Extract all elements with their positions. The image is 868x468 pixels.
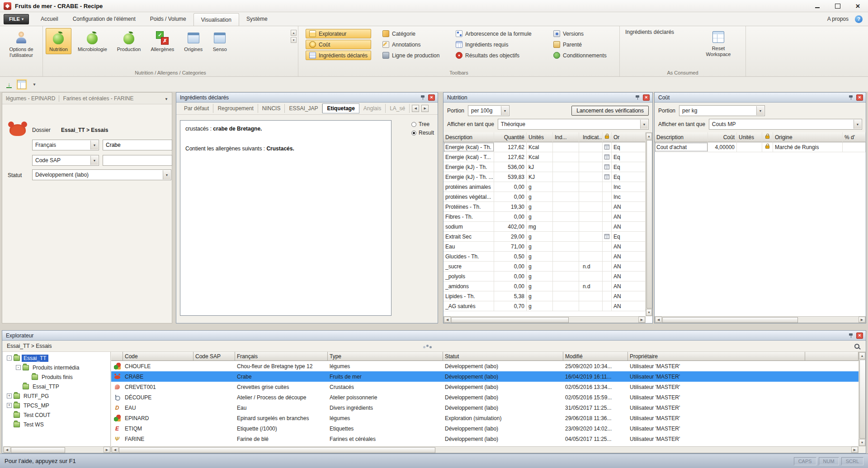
nutrient-quantity[interactable]: 0,00 [494,262,527,271]
nutrient-quantity[interactable]: 402,00 [494,222,527,231]
ingredient-tab[interactable]: Anglais [359,104,386,113]
column-header[interactable]: Statut [443,352,563,361]
column-header[interactable]: Indicat... [579,132,603,142]
toolbar-toggle-button[interactable]: Catégorie [379,29,443,38]
tree-item[interactable]: TPCS_MP [3,401,110,410]
nutrient-name[interactable]: Energie (kcal) - Th. [443,142,494,152]
nutrient-row[interactable]: Energie (kcal) - Th. 127,62 Kcal Eq [443,142,646,152]
nutrient-row[interactable]: Fibres - Th. 0,00 g AN [443,212,646,222]
scroll-left-icon[interactable] [4,447,10,453]
sap-select[interactable]: Code SAP [32,155,99,166]
nutrient-quantity[interactable]: 0,00 [494,281,527,291]
cost-row[interactable]: Cout d'achat 4,00000 Marché de Rungis [655,142,866,152]
column-header[interactable]: Origine [773,132,843,142]
column-header[interactable]: Ind... [553,132,579,142]
more-icon[interactable] [30,80,39,89]
explorer-row[interactable]: DÉCOUPE Atelier / Process de découpe Ate… [111,392,859,402]
dropdown-caret-icon[interactable] [501,106,509,115]
nutrient-quantity[interactable]: 127,62 [494,152,527,162]
nutrient-row[interactable]: protéines animales 0,00 g Inc [443,182,646,192]
toolbar-toggle-button[interactable]: Ingrédients déclarés [306,51,371,60]
ribbon-view-button[interactable]: Origines [180,28,206,54]
nutrient-name[interactable]: Glucides - Th. [443,252,494,261]
vertical-scrollbar[interactable] [646,132,652,316]
nutrient-quantity[interactable]: 19,30 [494,202,527,211]
explorer-row[interactable]: CREVET001 Crevettes grise cuites Crustac… [111,382,859,392]
user-options-button[interactable]: Options de l'utilisateur [1,28,41,60]
nutrient-row[interactable]: _amidons 0,00 g n.d AN [443,281,646,291]
nutrient-row[interactable]: protéines végétal... 0,00 g Inc [443,192,646,202]
column-header[interactable]: Unités [527,132,553,142]
language-select[interactable]: Français [32,140,99,150]
scrollbar-thumb[interactable] [662,317,798,323]
tree-item[interactable]: Essai_TT [3,353,110,363]
cost-description[interactable]: Cout d'achat [655,142,708,152]
nutrient-row[interactable]: Energie (kJ) - Th. 536,00 kJ Eq [443,162,646,172]
column-header[interactable]: Description [443,132,494,142]
nutrient-quantity[interactable]: 0,00 [494,192,527,201]
pin-icon[interactable] [420,94,425,101]
nutrient-name[interactable]: _polyols [443,271,494,281]
scroll-right-icon[interactable] [104,447,110,453]
nutrient-row[interactable]: _AG saturés 0,70 g AN [443,301,646,311]
nutrient-row[interactable]: Lipides - Th. 5,38 g AN [443,291,646,301]
nutrient-name[interactable]: Energie (kJ) - Th. [443,162,494,172]
import-icon[interactable] [5,80,14,89]
scroll-up-icon[interactable] [859,352,865,359]
maximize-button[interactable] [827,0,848,12]
tree-item[interactable]: Produits intermédia [3,363,110,372]
scroll-down-icon[interactable] [859,439,865,446]
nav-item-farine[interactable]: Farines et céréales - FARINE [63,95,133,102]
nutrient-row[interactable]: Glucides - Th. 0,50 g AN [443,252,646,262]
nutrient-quantity[interactable]: 0,50 [494,252,527,261]
toolbar-toggle-button[interactable]: Versions [550,29,610,38]
nutrient-row[interactable]: Energie (kcal) - T... 127,62 Kcal Eq [443,152,646,162]
dropdown-caret-icon[interactable] [756,106,764,115]
lock-column-header[interactable] [603,132,612,142]
nutrient-row[interactable]: Energie (kJ) - Th. ... 539,83 KJ Eq [443,172,646,182]
scrollbar-thumb[interactable] [119,447,435,453]
nutrient-name[interactable]: Extrait Sec [443,232,494,241]
statut-select[interactable]: Développement (labo) [32,169,171,180]
horizontal-scrollbar[interactable] [443,316,646,323]
pin-icon[interactable] [848,94,854,101]
tree-expander-icon[interactable] [7,393,12,398]
toolbar-toggle-button[interactable]: Parenté [550,40,610,49]
ribbon-view-button[interactable]: Nutrition [46,28,71,54]
nutrient-name[interactable]: Fibres - Th. [443,212,494,221]
nutrient-name[interactable]: Eau [443,242,494,251]
group-scroll-down-icon[interactable] [291,37,297,43]
nutrient-name[interactable]: Energie (kJ) - Th. ... [443,172,494,182]
explorer-row[interactable]: ETIQM Etiquette (/1000) Etiquettes Dével… [111,423,859,434]
menu-tab[interactable]: Accueil [33,12,66,26]
column-header[interactable]: Or [612,132,646,142]
explorer-row[interactable]: CHOUFLE Chou-fleur de Bretagne type 12 l… [111,361,859,371]
nutrient-name[interactable]: Protéines - Th. [443,202,494,211]
explorer-row[interactable]: FARINE Farine de blé Farines et céréales… [111,434,859,444]
nutrient-row[interactable]: _sucre 0,00 g n.d AN [443,262,646,271]
toolbar-toggle-button[interactable]: Explorateur [306,29,371,38]
scroll-up-icon[interactable] [646,133,652,140]
menu-tab[interactable]: Visualisation [193,13,239,26]
scroll-left-icon[interactable] [655,317,662,323]
close-button[interactable] [848,0,868,12]
nutrient-quantity[interactable]: 0,00 [494,212,527,221]
ingredient-tab[interactable]: Par défaut [180,104,213,113]
ribbon-view-button[interactable]: Production [113,28,145,54]
scrollbar-thumb[interactable] [859,360,866,439]
cost-value[interactable]: 4,00000 [708,142,737,152]
display-as-select[interactable]: Couts MP [709,119,862,130]
nutrient-quantity[interactable]: 539,83 [494,172,527,182]
verifications-button[interactable]: Lancement des vérifications [571,106,649,116]
ribbon-view-button[interactable]: Microbiologie [74,28,111,54]
portion-select[interactable]: per 100g [468,105,509,116]
nutrient-row[interactable]: _polyols 0,00 g AN [443,271,646,281]
horizontal-scrollbar[interactable] [111,446,859,453]
file-menu-button[interactable]: FILE [4,14,29,24]
scroll-left-icon[interactable] [112,447,118,453]
label-text-area[interactable]: crustacés : crabe de Bretagne. Contient … [180,120,392,316]
result-radio[interactable]: Result [411,130,434,136]
about-link[interactable]: A propos [827,16,849,22]
dropdown-caret-icon[interactable] [90,156,98,165]
tree-item[interactable]: RUTF_PG [3,391,110,401]
